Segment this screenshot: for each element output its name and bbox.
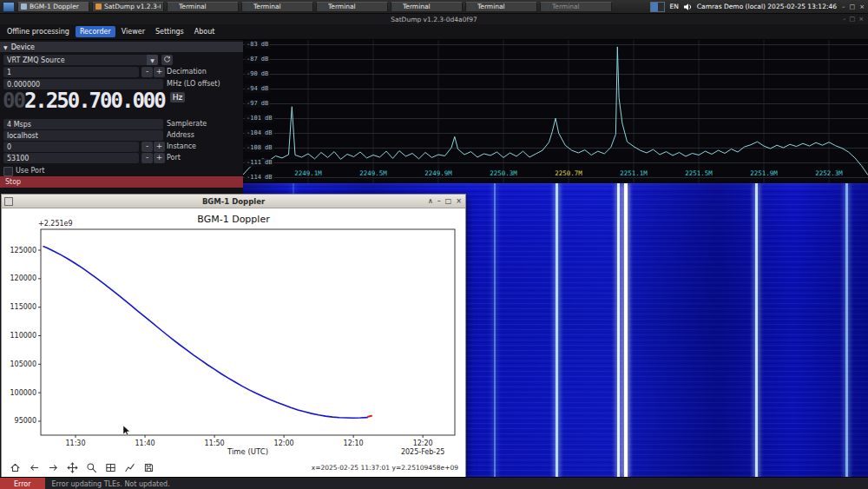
- doppler-latest-line: [368, 416, 372, 417]
- use-port-label: Use Port: [16, 166, 44, 176]
- pan-icon: [67, 462, 78, 473]
- doppler-window[interactable]: BGM-1 Doppler ∧–□× BGM-1 Doppler +2.251e…: [1, 194, 466, 477]
- stop-button[interactable]: Stop: [0, 176, 243, 188]
- mpl-zoom-button[interactable]: [85, 461, 98, 474]
- address-input[interactable]: [3, 130, 163, 141]
- address-label: Address: [167, 130, 194, 141]
- taskbar-button[interactable]: Terminal: [540, 2, 612, 12]
- desktop: BGM-1 DopplerSatDump v1.2.3-0d4...Termin…: [0, 0, 868, 489]
- chevron-down-icon[interactable]: ▼: [147, 55, 158, 65]
- mpl-forward-button[interactable]: [47, 461, 60, 474]
- window-icon: [170, 3, 176, 10]
- menu-tab-viewer[interactable]: Viewer: [117, 26, 149, 37]
- db-axis-label: -87 dB: [245, 56, 270, 63]
- waterfall-signal-line: [494, 183, 496, 479]
- satdump-statusbar: Error Error updating TLEs. Not updated.: [0, 477, 868, 489]
- menu-tabs: Offline processingRecorderViewerSettings…: [3, 26, 219, 37]
- satdump-window-control[interactable]: ×: [858, 16, 864, 23]
- status-message: Error updating TLEs. Not updated.: [45, 478, 170, 489]
- taskbar-button[interactable]: Terminal: [391, 2, 463, 12]
- source-select-value: VRT ZMQ Source: [3, 56, 147, 64]
- satdump-menubar: Offline processingRecorderViewerSettings…: [0, 24, 868, 40]
- satdump-window-controls: –□×: [843, 14, 864, 24]
- doppler-plot: 11:3011:4011:5012:0012:1012:202025-Feb-2…: [2, 208, 467, 457]
- port-input[interactable]: [3, 153, 139, 163]
- svg-text:110000: 110000: [10, 332, 36, 340]
- taskbar-button-label: Terminal: [328, 3, 356, 10]
- window-icon: [469, 3, 475, 10]
- menu-tab-recorder[interactable]: Recorder: [76, 26, 115, 37]
- app-launcher-icon[interactable]: [3, 2, 15, 12]
- frequency-axis-label: 2250.7M: [555, 169, 582, 177]
- use-port-checkbox[interactable]: [3, 167, 13, 176]
- waterfall-signal-line: [755, 183, 758, 479]
- window-icon: [319, 3, 326, 10]
- svg-text:11:50: 11:50: [205, 439, 225, 447]
- decimation-decrement-button[interactable]: -: [141, 67, 153, 77]
- customize-icon: [124, 462, 135, 473]
- refresh-button[interactable]: [161, 55, 173, 65]
- waterfall-signal-line: [556, 183, 558, 479]
- frequency-display[interactable]: 002.250.700.000Hz: [3, 89, 185, 113]
- db-axis-label: -114 dB: [245, 174, 274, 182]
- instance-decrement-button[interactable]: -: [141, 142, 153, 152]
- menu-tab-settings[interactable]: Settings: [151, 26, 188, 37]
- port-increment-button[interactable]: +: [154, 153, 165, 163]
- svg-text:95000: 95000: [15, 417, 36, 425]
- menu-tab-offline-processing[interactable]: Offline processing: [3, 26, 74, 37]
- taskbar-button[interactable]: BGM-1 Doppler: [17, 2, 89, 12]
- doppler-window-control[interactable]: ∧: [428, 197, 433, 205]
- menu-tab-about[interactable]: About: [190, 26, 220, 37]
- source-select[interactable]: VRT ZMQ Source ▼: [3, 55, 158, 65]
- doppler-window-control[interactable]: –: [437, 197, 441, 205]
- taskbar-button[interactable]: SatDump v1.2.3-0d4...: [92, 2, 164, 12]
- workspace-pager[interactable]: [650, 2, 665, 12]
- frequency-axis-label: 2250.3M: [490, 169, 517, 177]
- window-icon: [21, 3, 27, 10]
- window-icon: [95, 3, 102, 10]
- mpl-back-button[interactable]: [28, 461, 41, 474]
- doppler-window-control[interactable]: ×: [456, 197, 462, 205]
- error-badge[interactable]: Error: [0, 478, 45, 489]
- doppler-window-titlebar[interactable]: BGM-1 Doppler ∧–□×: [2, 195, 465, 208]
- taskbar-button[interactable]: Terminal: [241, 2, 313, 12]
- satdump-window-control[interactable]: –: [843, 16, 846, 23]
- panel-window-control[interactable]: ×: [858, 3, 865, 10]
- language-indicator[interactable]: EN: [669, 3, 678, 10]
- mpl-home-button[interactable]: [9, 461, 22, 474]
- panel-window-control[interactable]: –: [841, 3, 846, 10]
- use-port-row: Use Port: [0, 166, 243, 176]
- frequency-leading-zeros: 00: [3, 89, 24, 113]
- mpl-subplots-button[interactable]: [104, 461, 117, 474]
- taskbar-button[interactable]: Terminal: [316, 2, 388, 12]
- back-icon: [29, 462, 40, 473]
- satdump-window-control[interactable]: □: [850, 16, 856, 23]
- mpl-save-button[interactable]: [142, 461, 155, 474]
- doppler-window-control[interactable]: □: [445, 197, 452, 205]
- db-axis-label: -94 dB: [245, 85, 270, 93]
- workspace-cell[interactable]: [658, 3, 665, 11]
- fft-spectrum-panel[interactable]: -83 dB-87 dB-90 dB-94 dB-97 dB-101 dB-10…: [243, 40, 868, 183]
- instance-row: - + Instance: [0, 142, 243, 152]
- db-axis-label: -101 dB: [245, 115, 274, 122]
- frequency-axis-label: 2251.1M: [620, 169, 648, 177]
- frequency-value: 2.250.700.000: [24, 89, 165, 113]
- address-row: Address: [0, 130, 243, 141]
- instance-increment-button[interactable]: +: [154, 142, 165, 152]
- samplerate-input[interactable]: [3, 119, 163, 129]
- speaker-icon[interactable]: [683, 3, 693, 11]
- workspace-cell[interactable]: [651, 3, 658, 11]
- panel-window-control[interactable]: □: [849, 3, 857, 10]
- decimation-input[interactable]: [3, 67, 139, 77]
- svg-text:125000: 125000: [10, 247, 36, 254]
- decimation-increment-button[interactable]: +: [154, 67, 165, 77]
- port-decrement-button[interactable]: -: [141, 153, 153, 163]
- mpl-pan-button[interactable]: [66, 461, 79, 474]
- taskbar-button[interactable]: Terminal: [167, 2, 239, 12]
- mpl-customize-button[interactable]: [123, 461, 136, 474]
- instance-input[interactable]: [3, 142, 139, 152]
- section-title: Device: [11, 43, 35, 51]
- taskbar-button[interactable]: Terminal: [465, 2, 537, 12]
- device-section-header[interactable]: ▼ Device: [0, 42, 243, 52]
- samplerate-row: Samplerate: [0, 119, 243, 129]
